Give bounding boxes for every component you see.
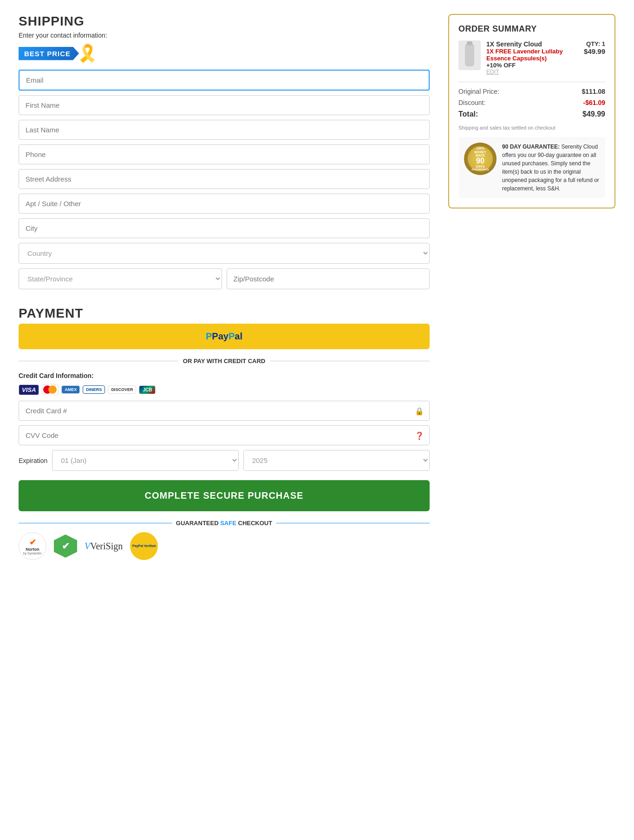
ags-shield: ✔ — [54, 534, 77, 558]
guarantee-text: 90 DAY GUARANTEE: Serenity Cloud offers … — [502, 143, 600, 193]
ribbon-icon: 🎗️ — [77, 44, 98, 63]
expiry-row: Expiration 01 (Jan) 02 (Feb) 03 (Mar) 04… — [19, 450, 430, 471]
expiry-month-select[interactable]: 01 (Jan) 02 (Feb) 03 (Mar) 04 (Apr) 05 (… — [52, 450, 238, 471]
product-qty: QTY: 1 — [584, 40, 605, 47]
complete-purchase-button[interactable]: COMPLETE SECURE PURCHASE — [19, 480, 430, 511]
norton-badge: ✔ Norton by Symantec — [19, 532, 46, 560]
state-zip-row: State/Province Alabama Alaska California — [19, 268, 430, 289]
original-price-row: Original Price: $111.08 — [458, 88, 605, 95]
credit-card-number-field[interactable] — [19, 401, 430, 421]
discover-logo: DISCOVER — [108, 385, 136, 394]
zip-field[interactable] — [227, 268, 430, 289]
help-icon: ❓ — [415, 431, 424, 440]
order-summary-card: ORDER SUMMARY 1X Serenity Cloud 1X FREE … — [448, 14, 615, 208]
discount-label: Discount: — [458, 99, 485, 106]
order-item-details: 1X Serenity Cloud 1X FREE Lavender Lulla… — [486, 40, 578, 75]
mastercard-logo — [42, 384, 59, 395]
edit-button[interactable]: EDIT — [486, 69, 578, 75]
verisign-badge: VVeriSign — [85, 541, 123, 552]
street-address-field[interactable] — [19, 169, 430, 189]
paypal-verified-badge: PayPal Verified — [130, 532, 158, 560]
order-summary-panel: ORDER SUMMARY 1X Serenity Cloud 1X FREE … — [448, 14, 615, 208]
tax-note: Shipping and sales tax settled on checko… — [458, 125, 605, 130]
bottle-icon — [465, 44, 474, 66]
last-name-field[interactable] — [19, 120, 430, 140]
payment-title: PAYMENT — [19, 306, 430, 321]
amex-logo: AMEX — [61, 385, 80, 394]
email-field[interactable] — [19, 70, 430, 91]
city-field[interactable] — [19, 218, 430, 238]
security-logos: ✔ Norton by Symantec ✔ VVeriSign PayPal … — [19, 532, 430, 560]
product-price: $49.99 — [584, 47, 605, 55]
state-select[interactable]: State/Province Alabama Alaska California — [19, 268, 222, 289]
order-item-row: 1X Serenity Cloud 1X FREE Lavender Lulla… — [458, 40, 605, 75]
product-name: 1X Serenity Cloud — [486, 40, 578, 48]
best-price-banner: BEST PRICE 🎗️ — [19, 44, 430, 63]
country-select[interactable]: Country United States Canada United King… — [19, 243, 430, 264]
best-price-label: BEST PRICE — [19, 47, 79, 60]
or-divider: OR PAY WITH CREDIT CARD — [19, 358, 430, 365]
phone-field[interactable] — [19, 144, 430, 164]
jcb-logo: JCB — [139, 385, 156, 394]
cvv-field[interactable] — [19, 425, 430, 445]
diners-logo: DINERS — [83, 385, 105, 394]
apt-suite-field[interactable] — [19, 194, 430, 214]
total-value: $49.99 — [582, 110, 605, 118]
expiry-label: Expiration — [19, 457, 47, 464]
shipping-subtitle: Enter your contact information: — [19, 32, 430, 39]
guaranteed-checkout: GUARANTEED SAFE CHECKOUT ✔ Norton by Sym… — [19, 520, 430, 560]
shipping-title: SHIPPING — [19, 14, 430, 29]
guarantee-badge: 100%MONEYBACK 90 DAYS ASSURANCE — [464, 143, 497, 175]
or-text: OR PAY WITH CREDIT CARD — [183, 358, 265, 365]
shipping-section: SHIPPING Enter your contact information:… — [19, 14, 430, 289]
product-free: 1X FREE Lavender Lullaby Essence Capsule… — [486, 48, 578, 62]
cvv-wrap: ❓ — [19, 425, 430, 445]
expiry-year-select[interactable]: 2025 2026 2027 2028 2029 2030 — [243, 450, 430, 471]
product-discount-badge: +10% OFF — [486, 62, 578, 69]
product-thumbnail — [458, 40, 481, 70]
payment-section: PAYMENT PPayPal OR PAY WITH CREDIT CARD … — [19, 306, 430, 560]
visa-logo: VISA — [19, 384, 39, 395]
card-logos: VISA AMEX DINERS DISCOVER JCB — [19, 384, 430, 395]
guarantee-row: 100%MONEYBACK 90 DAYS ASSURANCE 90 DAY G… — [458, 137, 605, 198]
original-price-label: Original Price: — [458, 88, 499, 95]
discount-row: Discount: -$61.09 — [458, 99, 605, 106]
total-label: Total: — [458, 110, 478, 118]
paypal-button[interactable]: PPayPal — [19, 324, 430, 349]
price-table: Original Price: $111.08 Discount: -$61.0… — [458, 82, 605, 118]
total-row: Total: $49.99 — [458, 110, 605, 118]
first-name-field[interactable] — [19, 95, 430, 115]
guaranteed-text: GUARANTEED SAFE CHECKOUT — [176, 520, 272, 527]
lock-icon: 🔒 — [415, 406, 424, 415]
discount-value: -$61.09 — [583, 99, 605, 106]
paypal-logo: PPayPal — [206, 331, 242, 342]
order-item-price: QTY: 1 $49.99 — [584, 40, 605, 55]
original-price-value: $111.08 — [582, 88, 605, 95]
order-summary-title: ORDER SUMMARY — [458, 24, 605, 34]
cc-info-label: Credit Card Information: — [19, 372, 430, 379]
credit-card-number-wrap: 🔒 — [19, 401, 430, 421]
